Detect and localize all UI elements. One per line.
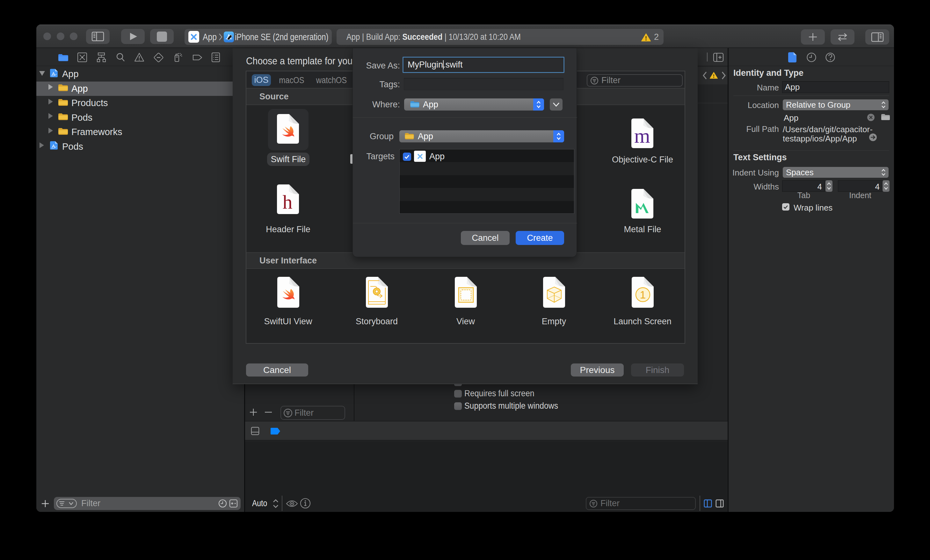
svg-text:m: m (634, 125, 650, 147)
svg-text:1: 1 (640, 289, 646, 301)
svg-text:h: h (283, 191, 293, 213)
